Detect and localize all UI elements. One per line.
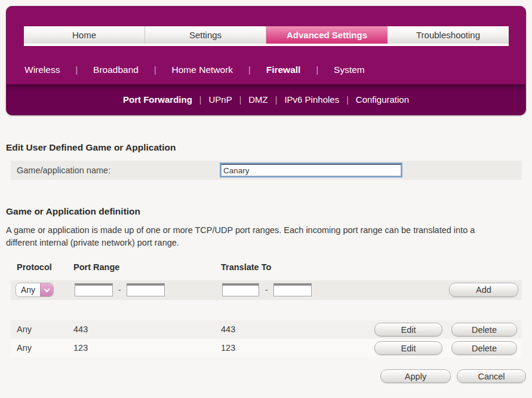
cancel-button[interactable]: Cancel [457,369,526,383]
subnav-item-configuration[interactable]: Configuration [356,94,409,105]
column-header-port-range: Port Range [73,262,119,272]
subnav-item-ipv6-pinholes[interactable]: IPv6 Pinholes [284,94,339,105]
protocol-dropdown-button[interactable] [40,283,53,296]
edit-button[interactable]: Edit [374,341,442,355]
tab-troubleshooting[interactable]: Troubleshooting [388,26,509,44]
translate-to-input[interactable] [273,283,312,296]
nav-separator: | [154,65,156,75]
page-nav: Port Forwarding | UPnP | DMZ | IPv6 Pinh… [123,94,409,105]
column-header-translate-to: Translate To [221,262,271,272]
game-name-row: Game/application name: [11,161,522,180]
subsection-band: Port Forwarding | UPnP | DMZ | IPv6 Pinh… [7,84,525,115]
protocol-select[interactable]: Any [16,283,54,297]
apply-button[interactable]: Apply [380,369,451,383]
table-row: Any 443 443 Edit Delete [11,320,522,339]
row-translate-to: 123 [221,339,235,357]
delete-button[interactable]: Delete [451,323,517,336]
tab-home[interactable]: Home [24,26,145,44]
row-protocol: Any [17,339,32,357]
row-protocol: Any [17,320,32,339]
header: Home Settings Advanced Settings Troubles… [6,6,526,115]
port-to-input[interactable] [127,283,165,296]
delete-button[interactable]: Delete [451,341,517,355]
tab-settings[interactable]: Settings [145,26,266,44]
nav-item-system[interactable]: System [334,65,365,75]
column-header-protocol: Protocol [17,262,52,272]
protocol-selected-value: Any [16,283,40,296]
nav-item-home-network[interactable]: Home Network [172,65,233,75]
row-port-range: 443 [73,320,88,339]
nav-item-wireless[interactable]: Wireless [24,65,60,75]
subnav-item-port-forwarding[interactable]: Port Forwarding [123,94,192,105]
chevron-down-icon [44,286,50,292]
definition-section-title: Game or Application definition [6,206,140,217]
subnav-item-dmz[interactable]: DMZ [248,94,268,105]
nav-separator: | [316,65,318,75]
section-nav: Wireless | Broadband | Home Network | Fi… [24,63,365,76]
subnav-separator: | [199,95,202,105]
port-from-input[interactable] [75,283,113,296]
nav-separator: | [75,65,78,75]
tab-bar: Home Settings Advanced Settings Troubles… [24,26,509,46]
nav-item-broadband[interactable]: Broadband [93,65,139,75]
game-name-label: Game/application name: [17,161,110,180]
subnav-separator: | [275,95,278,105]
subnav-separator: | [346,95,349,105]
page: Home Settings Advanced Settings Troubles… [0,0,532,398]
translate-from-input[interactable] [222,283,259,296]
nav-separator: | [248,65,251,75]
nav-item-firewall[interactable]: Firewall [266,65,301,75]
subnav-separator: | [239,95,242,105]
definition-description: A game or application is made up of one … [6,224,485,249]
translate-range-dash: - [265,280,268,300]
table-row: Any 123 123 Edit Delete [11,339,522,357]
edit-section-title: Edit User Defined Game or Application [6,142,176,153]
add-button[interactable]: Add [449,283,518,297]
port-range-dash: - [118,280,121,300]
row-translate-to: 443 [221,320,235,339]
edit-button[interactable]: Edit [374,323,442,336]
add-port-range-row: Any - - Add [11,280,522,300]
tab-advanced-settings[interactable]: Advanced Settings [266,26,388,44]
game-name-input[interactable] [221,164,401,176]
row-port-range: 123 [73,339,88,357]
subnav-item-upnp[interactable]: UPnP [208,94,232,105]
